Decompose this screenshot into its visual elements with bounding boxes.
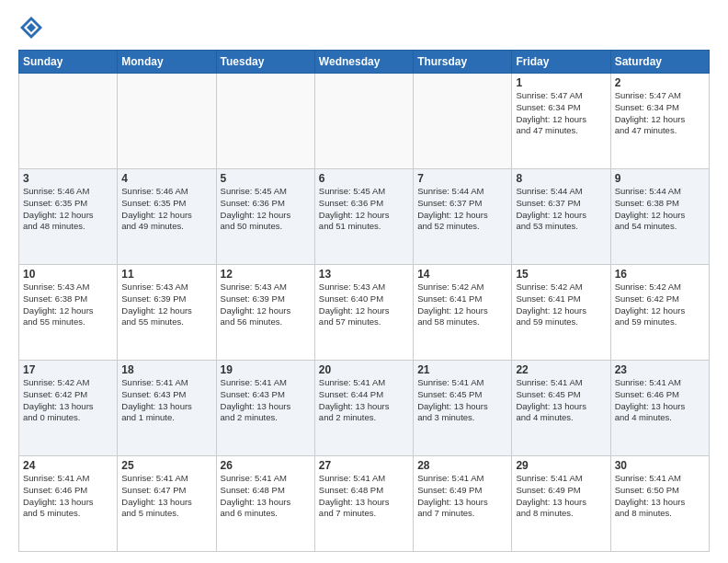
day-info: Sunrise: 5:41 AMSunset: 6:44 PMDaylight:… — [319, 377, 409, 424]
day-number: 27 — [319, 459, 409, 472]
day-info: Sunrise: 5:41 AMSunset: 6:46 PMDaylight:… — [23, 473, 113, 520]
day-number: 11 — [121, 268, 211, 281]
day-number: 30 — [615, 459, 705, 472]
week-row-5: 24Sunrise: 5:41 AMSunset: 6:46 PMDayligh… — [19, 456, 710, 552]
day-cell: 17Sunrise: 5:42 AMSunset: 6:42 PMDayligh… — [19, 361, 118, 456]
page: SundayMondayTuesdayWednesdayThursdayFrid… — [0, 0, 728, 563]
day-number: 18 — [121, 363, 211, 376]
day-cell — [414, 74, 512, 169]
weekday-header-saturday: Saturday — [610, 51, 709, 74]
weekday-header-wednesday: Wednesday — [314, 51, 413, 74]
weekday-header-tuesday: Tuesday — [216, 51, 314, 74]
day-number: 9 — [615, 172, 705, 185]
day-cell: 3Sunrise: 5:46 AMSunset: 6:35 PMDaylight… — [19, 169, 118, 265]
weekday-header-friday: Friday — [512, 51, 610, 74]
day-number: 28 — [417, 459, 507, 472]
day-number: 8 — [516, 172, 606, 185]
header — [18, 15, 710, 40]
day-cell: 19Sunrise: 5:41 AMSunset: 6:43 PMDayligh… — [216, 361, 314, 456]
day-number: 16 — [615, 268, 705, 281]
day-cell — [216, 74, 314, 169]
day-info: Sunrise: 5:41 AMSunset: 6:47 PMDaylight:… — [121, 473, 211, 520]
day-info: Sunrise: 5:47 AMSunset: 6:34 PMDaylight:… — [615, 90, 705, 137]
day-number: 7 — [417, 172, 507, 185]
weekday-header-sunday: Sunday — [19, 51, 118, 74]
day-number: 22 — [516, 363, 606, 376]
day-cell: 27Sunrise: 5:41 AMSunset: 6:48 PMDayligh… — [314, 456, 413, 552]
day-cell: 26Sunrise: 5:41 AMSunset: 6:48 PMDayligh… — [216, 456, 314, 552]
day-number: 10 — [23, 268, 113, 281]
day-number: 20 — [319, 363, 409, 376]
day-info: Sunrise: 5:46 AMSunset: 6:35 PMDaylight:… — [23, 186, 113, 233]
day-number: 17 — [23, 363, 113, 376]
day-cell: 11Sunrise: 5:43 AMSunset: 6:39 PMDayligh… — [118, 265, 216, 361]
day-info: Sunrise: 5:41 AMSunset: 6:48 PMDaylight:… — [319, 473, 409, 520]
day-cell: 20Sunrise: 5:41 AMSunset: 6:44 PMDayligh… — [314, 361, 413, 456]
day-info: Sunrise: 5:43 AMSunset: 6:39 PMDaylight:… — [121, 282, 211, 328]
day-cell: 6Sunrise: 5:45 AMSunset: 6:36 PMDaylight… — [314, 169, 413, 265]
week-row-3: 10Sunrise: 5:43 AMSunset: 6:38 PMDayligh… — [19, 265, 710, 361]
day-cell: 2Sunrise: 5:47 AMSunset: 6:34 PMDaylight… — [610, 74, 709, 169]
day-info: Sunrise: 5:41 AMSunset: 6:50 PMDaylight:… — [615, 473, 705, 520]
day-number: 14 — [417, 268, 507, 281]
day-cell: 13Sunrise: 5:43 AMSunset: 6:40 PMDayligh… — [314, 265, 413, 361]
calendar-table: SundayMondayTuesdayWednesdayThursdayFrid… — [18, 50, 710, 552]
day-cell: 29Sunrise: 5:41 AMSunset: 6:49 PMDayligh… — [512, 456, 610, 552]
weekday-header-thursday: Thursday — [414, 51, 512, 74]
day-info: Sunrise: 5:43 AMSunset: 6:39 PMDaylight:… — [221, 282, 311, 328]
day-info: Sunrise: 5:41 AMSunset: 6:49 PMDaylight:… — [516, 473, 606, 520]
day-info: Sunrise: 5:41 AMSunset: 6:43 PMDaylight:… — [121, 377, 211, 424]
week-row-1: 1Sunrise: 5:47 AMSunset: 6:34 PMDaylight… — [19, 74, 710, 169]
day-number: 3 — [23, 172, 113, 185]
day-cell — [314, 74, 413, 169]
day-cell: 25Sunrise: 5:41 AMSunset: 6:47 PMDayligh… — [118, 456, 216, 552]
day-cell: 22Sunrise: 5:41 AMSunset: 6:45 PMDayligh… — [512, 361, 610, 456]
day-cell: 21Sunrise: 5:41 AMSunset: 6:45 PMDayligh… — [414, 361, 512, 456]
day-info: Sunrise: 5:44 AMSunset: 6:38 PMDaylight:… — [615, 186, 705, 233]
day-cell: 7Sunrise: 5:44 AMSunset: 6:37 PMDaylight… — [414, 169, 512, 265]
day-number: 12 — [221, 268, 311, 281]
day-cell: 8Sunrise: 5:44 AMSunset: 6:37 PMDaylight… — [512, 169, 610, 265]
day-cell: 4Sunrise: 5:46 AMSunset: 6:35 PMDaylight… — [118, 169, 216, 265]
day-info: Sunrise: 5:44 AMSunset: 6:37 PMDaylight:… — [516, 186, 606, 233]
weekday-header-monday: Monday — [118, 51, 216, 74]
day-cell: 9Sunrise: 5:44 AMSunset: 6:38 PMDaylight… — [610, 169, 709, 265]
day-info: Sunrise: 5:45 AMSunset: 6:36 PMDaylight:… — [221, 186, 311, 233]
day-info: Sunrise: 5:43 AMSunset: 6:40 PMDaylight:… — [319, 282, 409, 328]
day-cell: 28Sunrise: 5:41 AMSunset: 6:49 PMDayligh… — [414, 456, 512, 552]
week-row-2: 3Sunrise: 5:46 AMSunset: 6:35 PMDaylight… — [19, 169, 710, 265]
day-info: Sunrise: 5:41 AMSunset: 6:43 PMDaylight:… — [221, 377, 311, 424]
day-number: 15 — [516, 268, 606, 281]
day-number: 21 — [417, 363, 507, 376]
day-info: Sunrise: 5:41 AMSunset: 6:45 PMDaylight:… — [417, 377, 507, 424]
day-cell: 16Sunrise: 5:42 AMSunset: 6:42 PMDayligh… — [610, 265, 709, 361]
logo — [18, 15, 48, 40]
day-info: Sunrise: 5:41 AMSunset: 6:45 PMDaylight:… — [516, 377, 606, 424]
day-info: Sunrise: 5:42 AMSunset: 6:42 PMDaylight:… — [23, 377, 113, 424]
day-info: Sunrise: 5:45 AMSunset: 6:36 PMDaylight:… — [319, 186, 409, 233]
week-row-4: 17Sunrise: 5:42 AMSunset: 6:42 PMDayligh… — [19, 361, 710, 456]
day-number: 23 — [615, 363, 705, 376]
day-cell: 12Sunrise: 5:43 AMSunset: 6:39 PMDayligh… — [216, 265, 314, 361]
day-number: 29 — [516, 459, 606, 472]
day-cell: 15Sunrise: 5:42 AMSunset: 6:41 PMDayligh… — [512, 265, 610, 361]
day-cell — [118, 74, 216, 169]
day-info: Sunrise: 5:41 AMSunset: 6:49 PMDaylight:… — [417, 473, 507, 520]
day-number: 24 — [23, 459, 113, 472]
weekday-header-row: SundayMondayTuesdayWednesdayThursdayFrid… — [19, 51, 710, 74]
day-cell: 24Sunrise: 5:41 AMSunset: 6:46 PMDayligh… — [19, 456, 118, 552]
day-info: Sunrise: 5:42 AMSunset: 6:42 PMDaylight:… — [615, 282, 705, 328]
day-info: Sunrise: 5:44 AMSunset: 6:37 PMDaylight:… — [417, 186, 507, 233]
day-info: Sunrise: 5:41 AMSunset: 6:48 PMDaylight:… — [221, 473, 311, 520]
day-number: 13 — [319, 268, 409, 281]
day-cell: 10Sunrise: 5:43 AMSunset: 6:38 PMDayligh… — [19, 265, 118, 361]
day-number: 25 — [121, 459, 211, 472]
day-number: 6 — [319, 172, 409, 185]
day-info: Sunrise: 5:42 AMSunset: 6:41 PMDaylight:… — [516, 282, 606, 328]
day-info: Sunrise: 5:43 AMSunset: 6:38 PMDaylight:… — [23, 282, 113, 328]
logo-icon — [18, 15, 44, 40]
day-info: Sunrise: 5:41 AMSunset: 6:46 PMDaylight:… — [615, 377, 705, 424]
day-info: Sunrise: 5:46 AMSunset: 6:35 PMDaylight:… — [121, 186, 211, 233]
day-number: 4 — [121, 172, 211, 185]
day-number: 2 — [615, 76, 705, 89]
